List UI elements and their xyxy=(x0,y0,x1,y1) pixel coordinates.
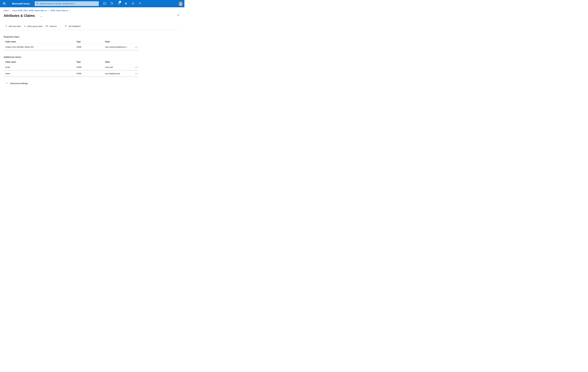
page-title: Attributes & Claims xyxy=(4,14,35,18)
avatar-shoulders xyxy=(179,4,182,6)
close-blade-button[interactable] xyxy=(177,13,180,17)
ellipsis-icon xyxy=(135,73,138,74)
columns-icon xyxy=(46,25,48,28)
feedback-button[interactable] xyxy=(136,0,144,7)
row-context-menu-button[interactable] xyxy=(135,72,138,75)
got-feedback-label: Got feedback? xyxy=(68,25,81,27)
chevron-right-icon xyxy=(10,10,11,11)
ellipsis-icon xyxy=(135,46,138,48)
advanced-settings-label: Advanced settings xyxy=(10,82,28,85)
gear-icon xyxy=(125,2,127,5)
column-header-value: Value xyxy=(105,61,133,63)
claim-name-cell: Unique User Identifier (Name ID) xyxy=(5,46,76,48)
more-options-icon xyxy=(40,16,42,17)
row-context-menu-button[interactable] xyxy=(135,66,138,69)
topbar-actions: 6 xyxy=(101,0,144,7)
claim-type-cell: SAML xyxy=(76,46,105,48)
cloud-shell-icon xyxy=(103,2,106,5)
settings-button[interactable] xyxy=(122,0,129,7)
claim-type-cell: SAML xyxy=(76,66,105,68)
plus-icon xyxy=(5,25,7,28)
required-claim-table: Claim name Type Value Unique User Identi… xyxy=(4,40,138,50)
table-header-row: Claim name Type Value xyxy=(4,60,138,64)
directory-filter-icon xyxy=(110,2,113,5)
chevron-right-icon xyxy=(69,10,71,11)
breadcrumb-app-signon[interactable]: Azure SAML SSO | SAML-based Sign-on xyxy=(12,10,47,12)
notifications-button[interactable]: 6 xyxy=(115,0,122,7)
cloud-shell-button[interactable] xyxy=(101,0,108,7)
claim-value-cell: user.displayname xyxy=(105,73,133,75)
additional-claims-table: Claim name Type Value email SAML user.ma… xyxy=(4,60,138,77)
column-header-type: Type xyxy=(76,61,105,63)
table-row[interactable]: Unique User Identifier (Name ID) SAML us… xyxy=(4,44,138,50)
ellipsis-icon xyxy=(135,66,138,68)
table-header-row: Claim name Type Value xyxy=(4,40,138,44)
feedback-person-icon xyxy=(64,25,67,28)
plus-icon xyxy=(24,25,26,28)
column-header-claim-name: Claim name xyxy=(5,61,76,63)
column-header-type: Type xyxy=(76,41,105,43)
add-new-claim-button[interactable]: Add new claim xyxy=(5,25,21,28)
title-row: Attributes & Claims xyxy=(4,13,184,18)
add-group-claim-label: Add a group claim xyxy=(27,25,42,27)
notification-badge: 6 xyxy=(119,1,121,3)
chevron-down-icon xyxy=(6,82,8,85)
feedback-person-icon xyxy=(139,2,141,5)
global-search xyxy=(35,1,99,6)
required-claim-heading: Required claim xyxy=(4,35,184,38)
columns-button[interactable]: Columns xyxy=(46,25,57,28)
breadcrumb-home[interactable]: Home xyxy=(4,10,9,12)
claim-name-cell: name xyxy=(5,73,76,75)
search-input[interactable] xyxy=(40,3,97,5)
got-feedback-button[interactable]: Got feedback? xyxy=(64,25,81,28)
breadcrumb-saml-signon[interactable]: SAML-based Sign-on xyxy=(50,10,68,12)
topbar: Microsoft Azure xyxy=(0,0,184,7)
claim-value-cell: user.mail xyxy=(105,66,133,68)
chevron-right-icon xyxy=(48,10,49,11)
help-button[interactable] xyxy=(129,0,136,7)
toolbar-separator xyxy=(60,25,60,28)
claim-value-cell: user.userprincipalname [... xyxy=(105,46,133,48)
column-header-claim-name: Claim name xyxy=(5,41,76,43)
additional-claims-heading: Additional claims xyxy=(4,56,184,58)
help-icon xyxy=(132,2,134,5)
table-row[interactable]: email SAML user.mail xyxy=(4,64,138,71)
avatar[interactable] xyxy=(178,1,183,6)
columns-label: Columns xyxy=(49,25,57,27)
row-context-menu-button[interactable] xyxy=(135,45,138,49)
add-new-claim-label: Add new claim xyxy=(9,25,21,27)
column-header-value: Value xyxy=(105,41,133,43)
toolbar-divider xyxy=(4,30,181,30)
avatar-head xyxy=(180,2,181,4)
azure-brand[interactable]: Microsoft Azure xyxy=(12,2,30,5)
hamburger-icon xyxy=(3,2,6,5)
directory-filter-button[interactable] xyxy=(108,0,115,7)
advanced-settings-toggle[interactable]: Advanced settings xyxy=(6,82,28,85)
hamburger-menu-button[interactable] xyxy=(0,0,9,7)
command-bar: Add new claim Add a group claim Columns xyxy=(5,25,184,28)
breadcrumb: Home Azure SAML SSO | SAML-based Sign-on… xyxy=(4,10,184,12)
add-group-claim-button[interactable]: Add a group claim xyxy=(24,25,42,28)
more-options-button[interactable] xyxy=(40,15,43,18)
close-icon xyxy=(177,15,179,17)
table-row[interactable]: name SAML user.displayname xyxy=(4,71,138,77)
claim-name-cell: email xyxy=(5,66,76,68)
search-icon xyxy=(36,2,38,5)
claim-type-cell: SAML xyxy=(76,73,105,75)
